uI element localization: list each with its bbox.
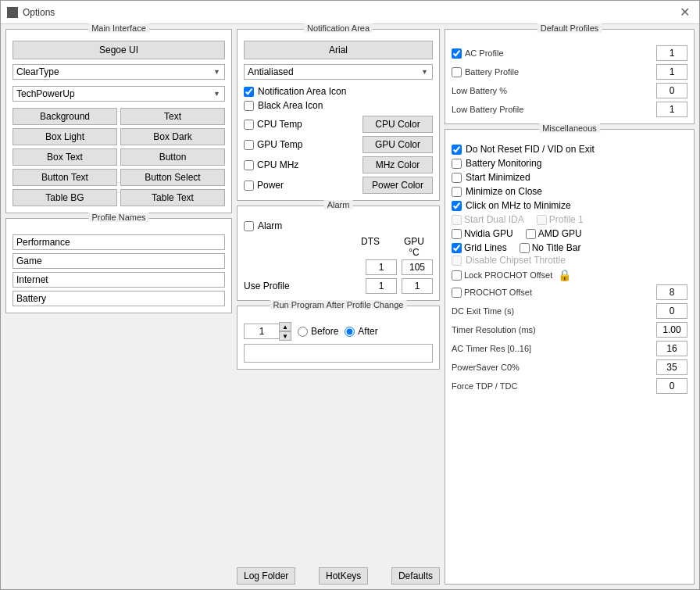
- profile-4-input[interactable]: [12, 291, 225, 306]
- profile-list: [12, 234, 225, 306]
- main-font-button[interactable]: Segoe UI: [12, 41, 225, 59]
- main-content: Main Interface Segoe UI ClearType Natura…: [1, 24, 699, 589]
- profile-3-input[interactable]: [12, 272, 225, 288]
- alarm-title: Alarm: [324, 200, 353, 209]
- grid-lines-checkbox[interactable]: [452, 243, 462, 253]
- battery-monitoring-label: Battery Monitoring: [466, 158, 541, 169]
- cpu-color-button[interactable]: CPU Color: [362, 116, 433, 133]
- button-button[interactable]: Button: [120, 148, 225, 166]
- battery-profile-checkbox[interactable]: [452, 67, 462, 77]
- mhz-color-button[interactable]: MHz Color: [362, 156, 433, 173]
- color-buttons-grid: Background Text Box Light Box Dark Box T…: [12, 108, 225, 206]
- before-radio[interactable]: [298, 327, 308, 337]
- alarm-headers: DTS GPU °C: [244, 236, 433, 258]
- gpu-c-header: GPU °C: [398, 236, 430, 258]
- click-mhz-label: Click on MHz to Minimize: [466, 200, 571, 211]
- force-tdp-row: Force TDP / TDC: [452, 378, 688, 394]
- disable-chipset-checkbox[interactable]: [452, 256, 462, 266]
- low-battery-input[interactable]: [656, 83, 688, 98]
- gpu-c-value-input[interactable]: [402, 259, 433, 275]
- table-bg-button[interactable]: Table BG: [12, 189, 117, 206]
- disable-chipset-row: Disable Chipset Throttle: [452, 255, 688, 266]
- window-title: Options: [23, 7, 55, 18]
- dts-value-input[interactable]: [366, 259, 397, 275]
- grid-lines-wrap: Grid Lines: [452, 242, 507, 253]
- spinner-down-button[interactable]: ▼: [279, 331, 291, 341]
- left-panel: Main Interface Segoe UI ClearType Natura…: [5, 29, 232, 585]
- cpu-mhz-label: CPU MHz: [257, 159, 298, 170]
- notification-area-group: Notification Area Arial Antialiased Clea…: [237, 29, 440, 201]
- click-mhz-checkbox[interactable]: [452, 201, 462, 211]
- black-area-icon-row: Black Area Icon: [244, 100, 433, 111]
- button-select-button[interactable]: Button Select: [120, 169, 225, 186]
- power-checkbox[interactable]: [244, 181, 254, 191]
- ac-timer-res-input[interactable]: [656, 341, 688, 356]
- skin-select-wrapper: TechPowerUp Default Dark: [12, 86, 225, 102]
- use-profile-dts-input[interactable]: [366, 278, 397, 294]
- prochot-offset-checkbox[interactable]: [452, 288, 462, 298]
- gpu-temp-checkbox[interactable]: [244, 140, 254, 150]
- use-profile-label: Use Profile: [244, 281, 361, 291]
- minimize-on-close-label: Minimize on Close: [466, 186, 542, 197]
- program-path-input[interactable]: [244, 344, 433, 363]
- background-button[interactable]: Background: [12, 108, 117, 125]
- grid-lines-label: Grid Lines: [464, 242, 507, 253]
- cpu-temp-checkbox[interactable]: [244, 120, 254, 130]
- cpu-mhz-row: CPU MHz MHz Color: [244, 156, 433, 173]
- prochot-offset-input[interactable]: [656, 284, 688, 300]
- hotkeys-button[interactable]: HotKeys: [319, 567, 368, 585]
- cpu-mhz-checkbox[interactable]: [244, 160, 254, 170]
- force-tdp-input[interactable]: [656, 378, 688, 394]
- notification-font-button[interactable]: Arial: [244, 41, 433, 59]
- nvidia-gpu-checkbox[interactable]: [452, 229, 462, 239]
- profile-2-input[interactable]: [12, 253, 225, 269]
- close-button[interactable]: ✕: [677, 5, 693, 20]
- do-not-reset-row: Do Not Reset FID / VID on Exit: [452, 144, 688, 155]
- skin-select[interactable]: TechPowerUp Default Dark: [12, 86, 225, 102]
- ac-profile-input[interactable]: [656, 45, 688, 61]
- button-text-button[interactable]: Button Text: [12, 169, 117, 186]
- profile-1-input[interactable]: [12, 234, 225, 250]
- alarm-label: Alarm: [258, 220, 282, 231]
- power-color-button[interactable]: Power Color: [362, 177, 433, 194]
- profile-spinner-input[interactable]: [244, 324, 279, 339]
- notification-icon-checkbox[interactable]: [244, 87, 254, 97]
- notif-rendering-select[interactable]: Antialiased ClearType Standard: [244, 64, 433, 80]
- rendering-select[interactable]: ClearType Natural Standard Aliased: [12, 64, 225, 80]
- battery-monitoring-checkbox[interactable]: [452, 159, 462, 169]
- profile-1-misc-checkbox[interactable]: [537, 215, 547, 225]
- box-dark-button[interactable]: Box Dark: [120, 128, 225, 145]
- gpu-row: Nvidia GPU AMD GPU: [452, 228, 688, 239]
- spinner-buttons: ▲ ▼: [279, 322, 291, 341]
- table-text-button[interactable]: Table Text: [120, 189, 225, 206]
- powersaver-c0-input[interactable]: [656, 359, 688, 375]
- ac-profile-checkbox[interactable]: [452, 48, 462, 59]
- box-text-button[interactable]: Box Text: [12, 148, 117, 166]
- no-title-bar-checkbox[interactable]: [520, 243, 530, 253]
- battery-profile-input[interactable]: [656, 64, 688, 80]
- after-radio-label: After: [345, 326, 377, 337]
- text-button[interactable]: Text: [120, 108, 225, 125]
- spinner-up-button[interactable]: ▲: [279, 322, 291, 331]
- do-not-reset-checkbox[interactable]: [452, 145, 462, 155]
- low-battery-profile-input[interactable]: [656, 102, 688, 117]
- alarm-checkbox[interactable]: [244, 221, 254, 231]
- after-radio[interactable]: [345, 327, 355, 337]
- log-folder-button[interactable]: Log Folder: [237, 567, 295, 585]
- lock-prochot-checkbox[interactable]: [452, 270, 462, 281]
- gpu-color-button[interactable]: GPU Color: [362, 136, 433, 153]
- dc-exit-row: DC Exit Time (s): [452, 303, 688, 319]
- right-panel: Default Profiles AC Profile Battery Prof…: [445, 29, 695, 585]
- start-minimized-checkbox[interactable]: [452, 173, 462, 183]
- use-profile-gpu-input[interactable]: [402, 278, 433, 294]
- minimize-on-close-checkbox[interactable]: [452, 187, 462, 197]
- amd-gpu-checkbox[interactable]: [526, 229, 536, 239]
- black-area-icon-checkbox[interactable]: [244, 101, 254, 111]
- do-not-reset-label: Do Not Reset FID / VID on Exit: [466, 144, 595, 155]
- defaults-button[interactable]: Defaults: [391, 567, 440, 585]
- start-dual-ida-wrap: Start Dual IDA: [452, 214, 524, 225]
- start-dual-ida-checkbox[interactable]: [452, 215, 462, 225]
- box-light-button[interactable]: Box Light: [12, 128, 117, 145]
- timer-resolution-input[interactable]: [656, 322, 688, 338]
- dc-exit-input[interactable]: [656, 303, 688, 319]
